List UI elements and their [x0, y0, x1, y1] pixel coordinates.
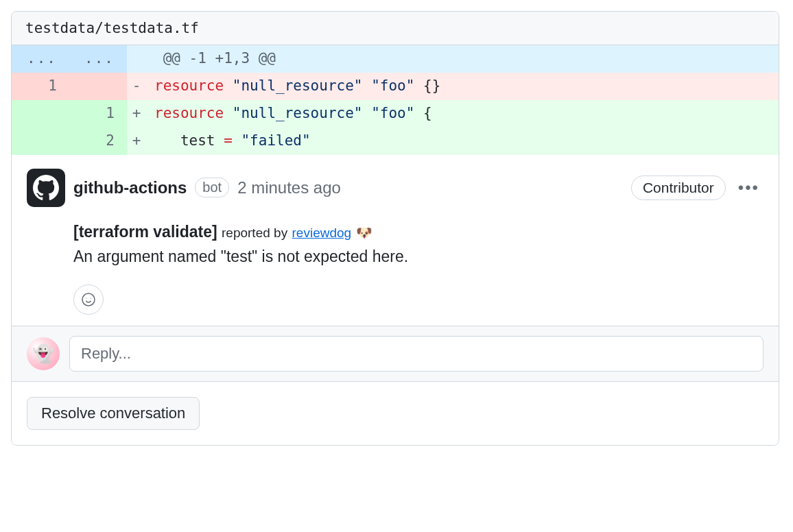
comment-message: An argument named "test" is not expected…	[73, 244, 764, 269]
github-actions-avatar[interactable]	[27, 169, 65, 207]
svg-point-1	[86, 298, 86, 299]
line-number-new: ...	[69, 45, 127, 73]
diff-line-deleted[interactable]: 1 - resource "null_resource" "foo" {}	[12, 73, 779, 100]
contributor-badge: Contributor	[631, 176, 726, 200]
diff-hunk-header[interactable]: ... ... @@ -1 +1,3 @@	[12, 45, 779, 73]
code-content: resource "null_resource" "foo" {}	[146, 73, 779, 100]
comment-actions-menu[interactable]: •••	[734, 178, 764, 197]
line-number-old	[12, 128, 69, 155]
reply-input[interactable]	[69, 336, 764, 372]
file-path[interactable]: testdata/testdata.tf	[12, 12, 779, 45]
diff-table: ... ... @@ -1 +1,3 @@ 1 - resource "null…	[12, 45, 779, 155]
review-comment: github-actions bot 2 minutes ago Contrib…	[12, 155, 779, 326]
smiley-icon	[80, 291, 97, 308]
diff-marker	[127, 45, 146, 73]
line-number-old	[12, 100, 69, 128]
line-number-new	[69, 73, 127, 100]
svg-point-2	[90, 298, 91, 299]
bot-badge: bot	[195, 178, 229, 197]
diff-marker: +	[127, 128, 146, 155]
line-number-old: 1	[12, 73, 69, 100]
svg-point-0	[82, 293, 95, 306]
hunk-range: @@ -1 +1,3 @@	[146, 45, 779, 73]
review-thread: testdata/testdata.tf ... ... @@ -1 +1,3 …	[11, 11, 779, 446]
resolve-area: Resolve conversation	[12, 381, 779, 445]
line-number-new: 1	[69, 100, 127, 128]
github-icon	[33, 175, 59, 201]
resolve-conversation-button[interactable]: Resolve conversation	[27, 397, 200, 430]
reviewdog-link[interactable]: reviewdog	[292, 226, 352, 240]
comment-header: github-actions bot 2 minutes ago Contrib…	[27, 169, 764, 207]
diff-line-added[interactable]: 2 + test = "failed"	[12, 128, 779, 155]
diff-line-added[interactable]: 1 + resource "null_resource" "foo" {	[12, 100, 779, 128]
add-reaction-button[interactable]	[73, 285, 104, 315]
code-content: test = "failed"	[146, 128, 779, 155]
diff-marker: +	[127, 100, 146, 128]
code-content: resource "null_resource" "foo" {	[146, 100, 779, 128]
dog-emoji-icon: 🐶	[356, 226, 372, 240]
reported-by-label: reported by	[222, 226, 287, 240]
comment-timestamp[interactable]: 2 minutes ago	[237, 178, 341, 197]
line-number-old: ...	[12, 45, 69, 73]
comment-body: [terraform validate] reported by reviewd…	[73, 219, 764, 315]
tool-name: [terraform validate]	[73, 223, 217, 241]
ghost-icon: 👻	[32, 343, 54, 365]
line-number-new: 2	[69, 128, 127, 155]
diff-marker: -	[127, 73, 146, 100]
comment-author[interactable]: github-actions	[73, 178, 187, 197]
current-user-avatar[interactable]: 👻	[27, 337, 60, 370]
reply-area: 👻	[12, 326, 779, 381]
